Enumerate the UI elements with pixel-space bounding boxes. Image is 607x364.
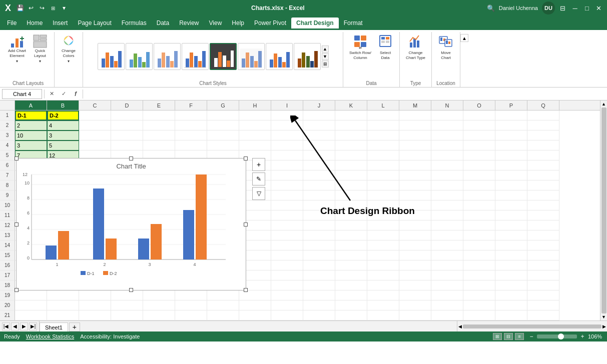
cell-empty[interactable] [335,290,367,300]
cell-f3[interactable] [175,130,207,140]
cell-empty[interactable] [527,250,559,260]
cell-empty[interactable] [399,250,431,260]
cancel-formula-btn[interactable]: ✕ [47,89,57,99]
zoom-slider[interactable] [537,334,577,338]
chart-style-5[interactable] [210,43,237,70]
cell-q3[interactable] [527,130,559,140]
cell-q4[interactable] [527,140,559,150]
cell-empty[interactable] [175,300,207,310]
col-header-k[interactable]: K [335,100,367,110]
cell-empty[interactable] [399,260,431,270]
cell-empty[interactable] [527,180,559,190]
cell-empty[interactable] [431,230,463,240]
cell-empty[interactable] [143,310,175,320]
more-qat-btn[interactable]: ▾ [59,3,69,13]
user-avatar[interactable]: DU [542,2,555,14]
search-icon[interactable]: 🔍 [487,4,495,12]
cell-empty[interactable] [463,280,495,290]
cell-h3[interactable] [239,130,271,140]
cell-empty[interactable] [431,220,463,230]
menu-file[interactable]: File [2,18,22,28]
cell-empty[interactable] [431,300,463,310]
chart-style-6[interactable] [238,43,265,70]
maximize-icon[interactable]: □ [583,4,591,12]
chart-handle-ml[interactable] [15,222,19,226]
close-icon[interactable]: ✕ [595,4,603,12]
cell-empty[interactable] [79,310,111,320]
cell-empty[interactable] [527,300,559,310]
col-header-f[interactable]: F [175,100,207,110]
cell-empty[interactable] [495,250,527,260]
cell-f2[interactable] [175,120,207,130]
cell-empty[interactable] [367,230,399,240]
col-header-j[interactable]: J [303,100,335,110]
cell-empty[interactable] [79,290,111,300]
cell-empty[interactable] [271,260,303,270]
chart-style-7[interactable] [266,43,293,70]
cell-empty[interactable] [495,280,527,290]
cell-empty[interactable] [495,200,527,210]
add-chart-element-button[interactable]: Add ChartElement ▾ [6,33,28,66]
cell-empty[interactable] [271,210,303,220]
col-header-i[interactable]: I [271,100,303,110]
cell-e1[interactable] [143,110,175,120]
menu-insert[interactable]: Insert [48,18,73,28]
cell-empty[interactable] [463,210,495,220]
chart-handle-tm[interactable] [129,156,133,160]
cell-b2[interactable]: 4 [47,120,79,130]
ribbon-collapse[interactable]: ▲ [460,32,468,42]
cell-empty[interactable] [367,300,399,310]
cell-b1[interactable]: D-2 [47,110,79,120]
cell-empty[interactable] [463,200,495,210]
cell-p2[interactable] [495,120,527,130]
cell-p1[interactable] [495,110,527,120]
cell-c4[interactable] [79,140,111,150]
cell-empty[interactable] [271,290,303,300]
cell-empty[interactable] [527,230,559,240]
col-header-g[interactable]: G [207,100,239,110]
cell-empty[interactable] [495,310,527,320]
chart-style-1[interactable] [98,43,125,70]
cell-empty[interactable] [303,260,335,270]
cell-o5[interactable] [463,150,495,160]
cell-empty[interactable] [431,180,463,190]
cell-empty[interactable] [399,270,431,280]
cell-f1[interactable] [175,110,207,120]
cell-n3[interactable] [431,130,463,140]
col-header-p[interactable]: P [495,100,527,110]
cell-g3[interactable] [207,130,239,140]
cell-empty[interactable] [15,300,47,310]
cell-empty[interactable] [463,310,495,320]
cell-a4[interactable]: 3 [15,140,47,150]
cell-empty[interactable] [527,200,559,210]
cell-empty[interactable] [111,290,143,300]
cell-c3[interactable] [79,130,111,140]
change-colors-button[interactable]: ChangeColors ▾ [59,33,79,66]
cell-p3[interactable] [495,130,527,140]
chart-handle-mr[interactable] [244,222,248,226]
undo-qat-btn[interactable]: ↩ [26,3,36,13]
save-qat-btn[interactable]: 💾 [15,3,25,13]
cell-h4[interactable] [239,140,271,150]
cell-empty[interactable] [495,270,527,280]
cell-d4[interactable] [111,140,143,150]
cell-empty[interactable] [495,300,527,310]
cell-h2[interactable] [239,120,271,130]
cell-empty[interactable] [335,220,367,230]
col-header-c[interactable]: C [79,100,111,110]
cell-empty[interactable] [335,250,367,260]
cell-empty[interactable] [335,230,367,240]
cell-empty[interactable] [463,170,495,180]
select-data-button[interactable]: SelectData [375,33,395,66]
cell-empty[interactable] [527,280,559,290]
cell-empty[interactable] [399,220,431,230]
cell-q2[interactable] [527,120,559,130]
cell-empty[interactable] [367,310,399,320]
cell-empty[interactable] [271,270,303,280]
col-header-h[interactable]: H [239,100,271,110]
menu-formulas[interactable]: Formulas [117,18,152,28]
chart-area[interactable]: Chart Title 0 2 4 6 8 10 12 [16,158,246,290]
cell-empty[interactable] [271,310,303,320]
cell-empty[interactable] [303,280,335,290]
cell-d3[interactable] [111,130,143,140]
